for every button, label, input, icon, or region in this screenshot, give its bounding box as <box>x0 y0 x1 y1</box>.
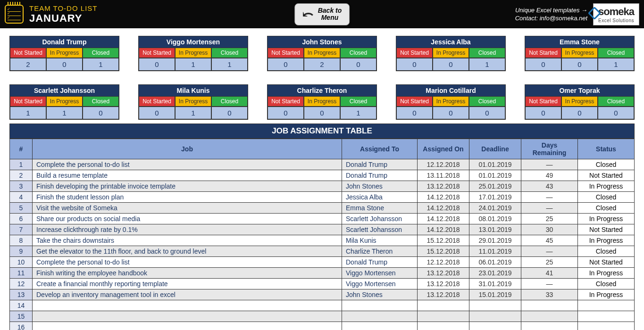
cell-assigned-on[interactable]: 14.12.2018 <box>418 214 469 224</box>
cell-days-remaining: 33 <box>521 289 578 300</box>
cell-job[interactable] <box>33 322 342 330</box>
cell-job[interactable] <box>33 300 342 311</box>
cell-deadline[interactable]: 31.01.2019 <box>469 279 521 289</box>
cell-assigned-to[interactable]: Jessica Alba <box>342 192 418 203</box>
cell-status[interactable]: In Progress <box>578 268 635 279</box>
cell-status[interactable] <box>578 300 635 311</box>
cell-deadline[interactable]: 23.01.2019 <box>469 268 521 279</box>
cell-job[interactable]: Finish the student lesson plan <box>33 192 342 203</box>
cell-assigned-to[interactable]: John Stones <box>342 289 418 300</box>
cell-assigned-on[interactable]: 13.12.2018 <box>418 279 469 289</box>
cell-deadline[interactable]: 17.01.2019 <box>469 192 521 203</box>
cell-assigned-to[interactable] <box>342 311 418 322</box>
cell-job[interactable]: Develop an inventory management tool in … <box>33 289 342 300</box>
cell-job[interactable]: Build a resume template <box>33 170 342 181</box>
cell-status[interactable]: Not Started <box>578 257 635 268</box>
cell-num: 12 <box>10 279 33 289</box>
cell-assigned-to[interactable]: Donald Trump <box>342 170 418 181</box>
cell-assigned-on[interactable]: 12.12.2018 <box>418 257 469 268</box>
cell-deadline[interactable]: 29.01.2019 <box>469 235 521 246</box>
table-row: 16 <box>10 322 635 330</box>
cell-status[interactable]: In Progress <box>578 235 635 246</box>
count-closed: 0 <box>83 107 119 119</box>
cell-deadline[interactable]: 24.01.2019 <box>469 203 521 214</box>
count-closed: 1 <box>211 58 248 71</box>
cell-assigned-on[interactable]: 13.12.2018 <box>418 268 469 279</box>
cell-assigned-to[interactable]: John Stones <box>342 181 418 192</box>
cell-assigned-to[interactable]: Mila Kunis <box>342 235 418 246</box>
contact-info: Contact: info@someka.net <box>515 15 587 22</box>
cell-status[interactable]: Closed <box>578 159 635 170</box>
cell-assigned-on[interactable]: 12.12.2018 <box>418 159 469 170</box>
cell-deadline[interactable]: 13.01.2019 <box>469 224 521 235</box>
cell-assigned-to[interactable]: Donald Trump <box>342 257 418 268</box>
templates-link[interactable]: Unique Excel templates → <box>515 7 587 14</box>
cell-deadline[interactable]: 25.01.2019 <box>469 181 521 192</box>
cell-assigned-on[interactable]: 13.11.2018 <box>418 170 469 181</box>
cell-assigned-to[interactable]: Viggo Mortensen <box>342 279 418 289</box>
someka-logo[interactable]: someka Excel Solutions <box>593 3 639 25</box>
cell-deadline[interactable]: 11.01.2019 <box>469 246 521 257</box>
cell-deadline[interactable]: 01.01.2019 <box>469 159 521 170</box>
cell-assigned-on[interactable] <box>418 311 469 322</box>
back-to-menu-button[interactable]: ⤺ Back toMenu <box>294 3 350 25</box>
cell-assigned-on[interactable]: 13.12.2018 <box>418 289 469 300</box>
cell-job[interactable]: Complete the personal to-do list <box>33 257 342 268</box>
cell-assigned-to[interactable]: Charlize Theron <box>342 246 418 257</box>
cell-assigned-on[interactable]: 15.12.2018 <box>418 235 469 246</box>
cell-deadline[interactable]: 01.01.2019 <box>469 170 521 181</box>
cell-job[interactable] <box>33 311 342 322</box>
cell-status[interactable]: Not Started <box>578 170 635 181</box>
cell-assigned-to[interactable] <box>342 300 418 311</box>
cell-deadline[interactable]: 06.01.2019 <box>469 257 521 268</box>
cell-status[interactable]: Not Started <box>578 224 635 235</box>
cell-job[interactable]: Increase clickthrough rate by 0.1% <box>33 224 342 235</box>
cell-num: 14 <box>10 300 33 311</box>
cell-job[interactable]: Get the elevator to the 11th floor, and … <box>33 246 342 257</box>
cell-status[interactable]: In Progress <box>578 214 635 224</box>
count-in-progress: 0 <box>46 58 83 71</box>
cell-deadline[interactable] <box>469 322 521 330</box>
cell-assigned-on[interactable]: 14.12.2018 <box>418 192 469 203</box>
cell-job[interactable]: Finish writing the employee handbook <box>33 268 342 279</box>
cell-assigned-on[interactable]: 13.12.2018 <box>418 181 469 192</box>
cell-job[interactable]: Complete the personal to-do list <box>33 159 342 170</box>
cell-status[interactable]: Closed <box>578 192 635 203</box>
cell-assigned-on[interactable] <box>418 300 469 311</box>
cell-job[interactable]: Take the chairs downstairs <box>33 235 342 246</box>
cell-num: 8 <box>10 235 33 246</box>
cell-status[interactable] <box>578 311 635 322</box>
cell-assigned-to[interactable]: Scarlett Johansson <box>342 214 418 224</box>
cell-days-remaining: 25 <box>521 214 578 224</box>
cell-status[interactable]: In Progress <box>578 181 635 192</box>
cell-status[interactable]: Closed <box>578 279 635 289</box>
count-in-progress: 0 <box>561 107 598 119</box>
cell-assigned-to[interactable]: Emma Stone <box>342 203 418 214</box>
cell-assigned-to[interactable]: Donald Trump <box>342 159 418 170</box>
cell-assigned-to[interactable] <box>342 322 418 330</box>
cell-job[interactable]: Visit the website of Someka <box>33 203 342 214</box>
brand-name: someka <box>598 6 634 18</box>
cell-status[interactable]: Closed <box>578 246 635 257</box>
cell-days-remaining: — <box>521 246 578 257</box>
cell-status[interactable]: Closed <box>578 203 635 214</box>
status-label-in-progress: In Progress <box>175 48 211 58</box>
cell-days-remaining <box>521 300 578 311</box>
cell-deadline[interactable]: 15.01.2019 <box>469 289 521 300</box>
cell-assigned-on[interactable]: 15.12.2018 <box>418 246 469 257</box>
cell-status[interactable] <box>578 322 635 330</box>
cell-assigned-to[interactable]: Scarlett Johansson <box>342 224 418 235</box>
status-label-not-started: Not Started <box>396 96 433 107</box>
cell-assigned-on[interactable] <box>418 322 469 330</box>
cell-assigned-to[interactable]: Viggo Mortensen <box>342 268 418 279</box>
cell-job[interactable]: Share our products on social media <box>33 214 342 224</box>
cell-num: 11 <box>10 268 33 279</box>
cell-deadline[interactable] <box>469 311 521 322</box>
cell-job[interactable]: Finish developing the printable invoice … <box>33 181 342 192</box>
cell-status[interactable]: In Progress <box>578 289 635 300</box>
cell-assigned-on[interactable]: 14.12.2018 <box>418 224 469 235</box>
cell-assigned-on[interactable]: 14.12.2018 <box>418 203 469 214</box>
cell-deadline[interactable]: 08.01.2019 <box>469 214 521 224</box>
cell-job[interactable]: Create a financial monthly reporting tem… <box>33 279 342 289</box>
cell-deadline[interactable] <box>469 300 521 311</box>
